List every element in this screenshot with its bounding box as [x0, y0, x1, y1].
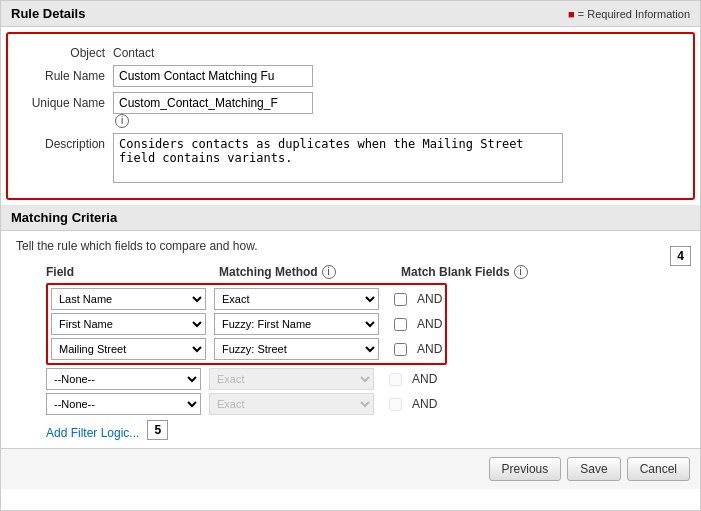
field-select-5[interactable]: --None-- — [46, 393, 201, 415]
and-label-4: AND — [412, 372, 437, 386]
add-filter-row: Add Filter Logic... 5 — [16, 420, 685, 440]
active-criteria-group: Last Name Exact AND First Name — [46, 283, 447, 365]
criteria-rows-wrapper: Last Name Exact AND First Name — [46, 283, 685, 415]
method-column-header: Matching Method — [219, 265, 318, 279]
step4-badge: 4 — [670, 246, 691, 266]
rule-details-header: Rule Details ■ = Required Information 4 — [1, 1, 700, 27]
description-label: Description — [23, 133, 113, 151]
method-select-2[interactable]: Fuzzy: First Name — [214, 313, 379, 335]
rule-name-row: Rule Name — [23, 65, 678, 87]
method-select-4: Exact — [209, 368, 374, 390]
description-input[interactable]: Considers contacts as duplicates when th… — [113, 133, 563, 183]
and-label-5: AND — [412, 397, 437, 411]
blank-checkbox-2[interactable] — [394, 318, 407, 331]
and-label-1: AND — [417, 292, 442, 306]
criteria-row-3: Mailing Street Fuzzy: Street AND — [51, 338, 442, 360]
previous-button[interactable]: Previous — [489, 457, 562, 481]
field-select-3[interactable]: Mailing Street — [51, 338, 206, 360]
rule-name-input[interactable] — [113, 65, 313, 87]
unique-name-label: Unique Name — [23, 92, 113, 110]
method-select-1[interactable]: Exact — [214, 288, 379, 310]
criteria-subtitle: Tell the rule which fields to compare an… — [16, 239, 685, 253]
required-info-text: ■ = Required Information — [568, 8, 690, 20]
method-select-5: Exact — [209, 393, 374, 415]
criteria-row-1: Last Name Exact AND — [51, 288, 442, 310]
field-column-header: Field — [46, 265, 74, 279]
rule-details-section: Rule Details ■ = Required Information 4 … — [1, 1, 700, 205]
object-label: Object — [23, 42, 113, 60]
and-label-3: AND — [417, 342, 442, 356]
matching-criteria-body: Tell the rule which fields to compare an… — [1, 231, 700, 448]
blank-checkbox-4 — [389, 373, 402, 386]
unique-name-info-icon[interactable]: i — [115, 114, 129, 128]
unique-name-row: Unique Name i — [23, 92, 678, 128]
matching-criteria-header: Matching Criteria — [1, 205, 700, 231]
method-select-3[interactable]: Fuzzy: Street — [214, 338, 379, 360]
criteria-column-headers: Field Matching Method i Match Blank Fiel… — [46, 265, 685, 279]
cancel-button[interactable]: Cancel — [627, 457, 690, 481]
add-filter-link[interactable]: Add Filter Logic... — [46, 426, 139, 440]
blank-column-header: Match Blank Fields — [401, 265, 510, 279]
object-row: Object Contact — [23, 42, 678, 60]
step5-badge: 5 — [147, 420, 168, 440]
footer: Previous Save Cancel — [1, 448, 700, 489]
object-value: Contact — [113, 42, 154, 60]
save-button[interactable]: Save — [567, 457, 620, 481]
field-select-4[interactable]: --None-- — [46, 368, 201, 390]
field-select-2[interactable]: First Name — [51, 313, 206, 335]
criteria-row-4: --None-- Exact AND — [46, 368, 447, 390]
and-label-2: AND — [417, 317, 442, 331]
matching-criteria-title: Matching Criteria — [11, 210, 117, 225]
rule-details-title: Rule Details — [11, 6, 85, 21]
criteria-row-2: First Name Fuzzy: First Name AND — [51, 313, 442, 335]
matching-method-info-icon[interactable]: i — [322, 265, 336, 279]
criteria-rows-container: Last Name Exact AND First Name — [46, 283, 447, 415]
main-container: Rule Details ■ = Required Information 4 … — [0, 0, 701, 511]
rule-details-body: Object Contact Rule Name Unique Name i D… — [6, 32, 695, 200]
blank-checkbox-5 — [389, 398, 402, 411]
unique-name-input[interactable] — [113, 92, 313, 114]
field-select-1[interactable]: Last Name — [51, 288, 206, 310]
criteria-row-5: --None-- Exact AND — [46, 393, 447, 415]
blank-fields-info-icon[interactable]: i — [514, 265, 528, 279]
description-row: Description Considers contacts as duplic… — [23, 133, 678, 183]
blank-checkbox-1[interactable] — [394, 293, 407, 306]
rule-name-label: Rule Name — [23, 65, 113, 83]
matching-criteria-section: Matching Criteria Tell the rule which fi… — [1, 205, 700, 448]
blank-checkbox-3[interactable] — [394, 343, 407, 356]
required-dot: ■ — [568, 8, 575, 20]
